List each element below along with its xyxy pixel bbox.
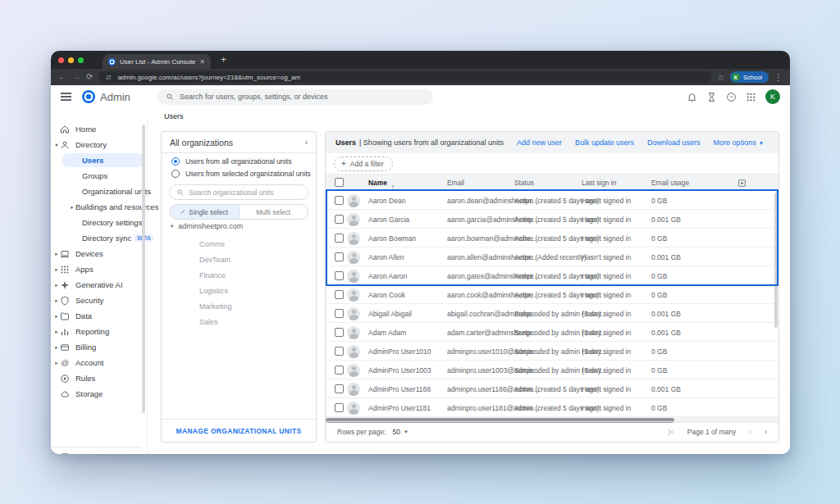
sidebar-item-generative-ai[interactable]: ▸Generative AI xyxy=(51,277,147,293)
row-checkbox[interactable] xyxy=(335,252,344,261)
single-select-option[interactable]: ✓ Single select xyxy=(170,205,240,219)
table-row[interactable]: Aaron Bowmanaaron.bowman@adminshe...Acti… xyxy=(326,229,778,247)
sidebar-item-billing[interactable]: ▸Billing xyxy=(51,339,147,355)
browser-tab[interactable]: User List - Admin Console ✕ xyxy=(103,54,211,69)
address-bar[interactable]: admin.google.com/ac/users?journey=218&ut… xyxy=(98,71,711,83)
select-all-checkbox[interactable] xyxy=(335,178,344,187)
chevron-right-icon[interactable]: ▸ xyxy=(53,266,60,273)
column-header-name[interactable]: Name↑ xyxy=(368,179,387,187)
sidebar-item-directory[interactable]: ▾Directory xyxy=(51,137,147,152)
row-checkbox[interactable] xyxy=(335,309,344,318)
table-row[interactable]: AdminPro User1181adminpro.user1181@admin… xyxy=(326,398,778,417)
org-unit-sales[interactable]: Sales xyxy=(199,314,313,329)
org-tree-root[interactable]: ▾ adminsheetpro.com xyxy=(171,222,243,230)
more-options-button[interactable]: More options ▼ xyxy=(714,138,764,147)
org-unit-search[interactable] xyxy=(169,184,308,200)
table-row[interactable]: Aaron Aaronaaron.gates@adminsheetpr...Ac… xyxy=(326,266,778,285)
table-row[interactable]: Aaron Deanaaron.dean@adminsheetpr...Acti… xyxy=(326,191,778,210)
chevron-down-icon[interactable]: ▾ xyxy=(53,142,60,148)
table-row[interactable]: Abigail Abigailabigail.cochran@adminshe.… xyxy=(326,304,778,323)
chevron-right-icon[interactable]: ▸ xyxy=(53,360,60,366)
manage-columns-icon[interactable] xyxy=(737,179,746,188)
sidebar-item-account[interactable]: ▸@Account xyxy=(51,355,147,370)
org-unit-finance[interactable]: Finance xyxy=(199,267,313,283)
chevron-right-icon[interactable]: ▸ xyxy=(53,251,60,257)
user-name-link[interactable]: Adam Adam xyxy=(368,329,406,337)
column-header-email[interactable]: Email xyxy=(447,179,464,187)
manage-org-units-button[interactable]: MANAGE ORGANIZATIONAL UNITS xyxy=(176,427,302,435)
row-checkbox[interactable] xyxy=(335,271,344,280)
sidebar-item-home[interactable]: Home xyxy=(51,121,147,137)
user-name-link[interactable]: AdminPro User1166 xyxy=(368,385,431,393)
row-checkbox[interactable] xyxy=(335,366,344,375)
table-vertical-scrollbar[interactable] xyxy=(774,193,778,328)
sidebar-item-rules[interactable]: Rules xyxy=(51,370,147,386)
radio-selected-org-units[interactable]: Users from selected organizational units xyxy=(171,170,311,178)
new-tab-button[interactable]: + xyxy=(221,54,226,66)
previous-page-button[interactable]: ‹ xyxy=(749,428,751,436)
site-settings-icon[interactable] xyxy=(105,74,112,81)
row-checkbox[interactable] xyxy=(335,290,344,299)
table-row[interactable]: AdminPro User1010adminpro.user1010@admin… xyxy=(326,342,778,361)
table-row[interactable]: Aaron Cookaaron.cook@adminsheetpr...Acti… xyxy=(326,285,778,304)
chevron-right-icon[interactable]: ▸ xyxy=(53,297,60,304)
table-row[interactable]: AdminPro User1166adminpro.user1166@admin… xyxy=(326,379,778,398)
collapse-panel-icon[interactable]: ‹ xyxy=(305,138,308,147)
table-row[interactable]: AdminPro User1003adminpro.user1003@admin… xyxy=(326,361,778,379)
column-header-email-usage[interactable]: Email usage xyxy=(651,179,689,187)
user-name-link[interactable]: Aaron Aaron xyxy=(368,272,407,280)
back-icon[interactable]: ← xyxy=(58,73,66,81)
rows-per-page-select[interactable]: 50 ▼ xyxy=(393,428,409,436)
org-unit-marketing[interactable]: Marketing xyxy=(199,298,313,314)
apps-grid-icon[interactable] xyxy=(746,92,756,102)
user-name-link[interactable]: Aaron Garcia xyxy=(368,216,409,224)
chevron-right-icon[interactable]: ▸ xyxy=(53,344,60,351)
notifications-icon[interactable] xyxy=(687,92,697,102)
account-avatar[interactable]: K xyxy=(765,89,780,104)
row-checkbox[interactable] xyxy=(335,215,344,224)
table-row[interactable]: Adam Adamadam.carter@adminsheetp...Suspe… xyxy=(326,323,778,342)
global-search[interactable] xyxy=(158,89,433,105)
row-checkbox[interactable] xyxy=(335,196,344,205)
user-name-link[interactable]: AdminPro User1010 xyxy=(368,347,431,356)
forward-icon[interactable]: → xyxy=(72,73,80,81)
tab-close-icon[interactable]: ✕ xyxy=(199,58,205,66)
org-unit-devteam[interactable]: DevTeam xyxy=(199,252,313,267)
sidebar-item-apps[interactable]: ▸Apps xyxy=(51,261,147,277)
sidebar-item-organizational-units[interactable]: Organizational units xyxy=(51,184,147,199)
row-checkbox[interactable] xyxy=(335,403,344,412)
close-window-button[interactable] xyxy=(58,57,64,63)
sidebar-item-directory-sync[interactable]: Directory syncBETA xyxy=(51,230,147,246)
chevron-right-icon[interactable]: ▸ xyxy=(53,329,60,335)
table-row[interactable]: Aaron Garciaaaron.garcia@adminsheetp...A… xyxy=(326,210,778,229)
row-checkbox[interactable] xyxy=(335,234,344,243)
user-name-link[interactable]: Aaron Cook xyxy=(368,291,405,299)
sidebar-scrollbar[interactable] xyxy=(142,125,145,413)
browser-profile-chip[interactable]: K School xyxy=(730,71,769,83)
sidebar-item-groups[interactable]: Groups xyxy=(51,168,147,184)
first-page-button[interactable]: |< xyxy=(669,428,674,436)
sidebar-item-security[interactable]: ▸Security xyxy=(51,293,147,308)
bulk-update-users-button[interactable]: Bulk update users xyxy=(575,138,634,147)
help-icon[interactable]: ? xyxy=(726,92,737,102)
sidebar-item-reporting[interactable]: ▸Reporting xyxy=(51,324,147,339)
column-header-last-sign-in[interactable]: Last sign in xyxy=(582,179,616,187)
send-feedback-button[interactable]: Send feedback xyxy=(61,452,129,454)
org-unit-comms[interactable]: Comms xyxy=(199,236,313,252)
row-checkbox[interactable] xyxy=(335,328,344,337)
column-header-status[interactable]: Status xyxy=(514,179,534,187)
sidebar-item-buildings-and-resources[interactable]: ▸Buildings and resources xyxy=(51,199,147,215)
reload-icon[interactable]: ⟳ xyxy=(86,73,93,81)
chevron-right-icon[interactable]: ▸ xyxy=(69,204,75,211)
sidebar-item-users[interactable]: Users xyxy=(51,152,147,168)
user-name-link[interactable]: AdminPro User1003 xyxy=(368,366,431,375)
tasks-icon[interactable] xyxy=(706,92,717,102)
user-name-link[interactable]: Abigail Abigail xyxy=(368,310,412,318)
add-filter-button[interactable]: + Add a filter xyxy=(334,157,393,171)
minimize-window-button[interactable] xyxy=(68,57,74,63)
sidebar-item-storage[interactable]: Storage xyxy=(51,386,147,402)
download-users-button[interactable]: Download users xyxy=(647,138,701,147)
user-name-link[interactable]: AdminPro User1181 xyxy=(368,404,431,412)
user-name-link[interactable]: Aaron Allen xyxy=(368,253,404,261)
row-checkbox[interactable] xyxy=(335,384,344,393)
